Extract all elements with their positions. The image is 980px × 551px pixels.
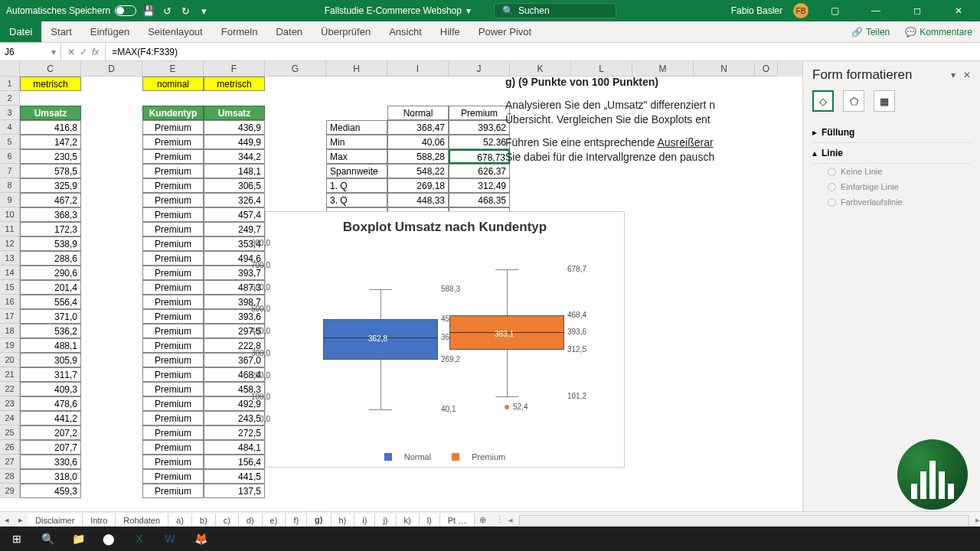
- cell[interactable]: 449,9: [204, 135, 265, 149]
- row-header[interactable]: 7: [0, 164, 20, 178]
- tab-einfügen[interactable]: Einfügen: [81, 21, 139, 42]
- document-title[interactable]: Fallstudie E-Commerce Webshop▾: [325, 5, 471, 16]
- col-header[interactable]: F: [204, 61, 265, 77]
- cancel-formula-icon[interactable]: ✕: [67, 47, 75, 57]
- fill-line-tab-icon[interactable]: ◇: [812, 90, 834, 112]
- select-all-corner[interactable]: [0, 61, 20, 77]
- obs-icon[interactable]: ⬤: [95, 528, 122, 549]
- sheet-nav-next[interactable]: ▸: [14, 515, 28, 525]
- worksheet[interactable]: CDEFGHIJKLMNO 12345678910111213141516171…: [0, 61, 802, 511]
- cell[interactable]: nominal: [142, 77, 204, 91]
- tab-start[interactable]: Start: [41, 21, 80, 42]
- cell[interactable]: 269,18: [387, 178, 449, 193]
- cell[interactable]: Premium: [142, 120, 204, 135]
- cell[interactable]: Premium: [142, 135, 204, 149]
- share-button[interactable]: 🔗Teilen: [844, 22, 897, 42]
- cell[interactable]: Premium: [142, 324, 204, 338]
- row-header[interactable]: 14: [0, 266, 20, 280]
- row-header[interactable]: 19: [0, 338, 20, 353]
- col-header[interactable]: I: [387, 61, 449, 77]
- cell[interactable]: 467,2: [20, 193, 81, 207]
- tab-überprüfen[interactable]: Überprüfen: [312, 21, 380, 42]
- cell[interactable]: Premium: [142, 469, 204, 484]
- comments-button[interactable]: 💬Kommentare: [897, 22, 980, 42]
- cell[interactable]: Premium: [142, 382, 204, 396]
- col-header[interactable]: E: [142, 61, 204, 77]
- cell[interactable]: 272,5: [204, 425, 265, 440]
- tab-daten[interactable]: Daten: [266, 21, 312, 42]
- sheet-tab[interactable]: k): [397, 514, 420, 527]
- cell[interactable]: Premium: [142, 338, 204, 353]
- col-header[interactable]: K: [510, 61, 571, 77]
- formula-input[interactable]: =MAX(F4:F339): [106, 47, 980, 57]
- cell[interactable]: Premium: [142, 425, 204, 440]
- save-icon[interactable]: 💾: [142, 5, 155, 17]
- row-header[interactable]: 21: [0, 367, 20, 382]
- row-header[interactable]: 16: [0, 295, 20, 309]
- cell[interactable]: Min: [326, 135, 387, 149]
- cell[interactable]: 459,3: [20, 484, 81, 498]
- tab-seitenlayout[interactable]: Seitenlayout: [139, 21, 212, 42]
- row-header[interactable]: 20: [0, 353, 20, 367]
- cell[interactable]: 306,5: [204, 178, 265, 193]
- cell[interactable]: 330,6: [20, 455, 81, 469]
- close-icon[interactable]: ✕: [943, 0, 974, 21]
- cell[interactable]: Premium: [449, 106, 510, 120]
- user-name[interactable]: Fabio Basler: [731, 5, 782, 16]
- cell[interactable]: 201,4: [20, 280, 81, 295]
- cell[interactable]: 436,9: [204, 120, 265, 135]
- cell[interactable]: 578,5: [20, 164, 81, 178]
- cell[interactable]: 207,2: [20, 425, 81, 440]
- cell[interactable]: Spannweite: [326, 164, 387, 178]
- cell[interactable]: 40,06: [387, 135, 449, 149]
- cell[interactable]: 441,2: [20, 411, 81, 425]
- cell[interactable]: Premium: [142, 455, 204, 469]
- col-header[interactable]: N: [694, 61, 755, 77]
- sheet-tab[interactable]: d): [239, 514, 263, 527]
- sheet-tab[interactable]: Rohdaten: [116, 514, 168, 527]
- cell[interactable]: 484,1: [204, 440, 265, 455]
- cell[interactable]: Premium: [142, 396, 204, 411]
- cell[interactable]: 311,7: [20, 367, 81, 382]
- fill-section[interactable]: ▸Füllung: [812, 122, 971, 143]
- row-header[interactable]: 11: [0, 222, 20, 236]
- qat-more-icon[interactable]: ▾: [198, 5, 210, 17]
- cell[interactable]: Premium: [142, 484, 204, 498]
- cell[interactable]: Premium: [142, 353, 204, 367]
- tab-file[interactable]: Datei: [0, 21, 41, 42]
- cell[interactable]: Premium: [142, 266, 204, 280]
- cell[interactable]: 318,0: [20, 469, 81, 484]
- cell[interactable]: 548,22: [387, 164, 449, 178]
- cell[interactable]: 156,4: [204, 455, 265, 469]
- ribbon-mode-icon[interactable]: ▢: [819, 0, 850, 21]
- cell[interactable]: 441,5: [204, 469, 265, 484]
- cell[interactable]: 409,3: [20, 382, 81, 396]
- cell[interactable]: 344,2: [204, 149, 265, 164]
- cell[interactable]: metrisch: [20, 77, 81, 91]
- minimize-icon[interactable]: —: [861, 0, 891, 21]
- sheet-tab[interactable]: j): [375, 514, 396, 527]
- cell[interactable]: 678,73: [449, 149, 510, 164]
- word-icon[interactable]: W: [156, 528, 184, 549]
- sheet-tab[interactable]: b): [192, 514, 216, 527]
- col-header[interactable]: J: [449, 61, 510, 77]
- effects-tab-icon[interactable]: ⬠: [843, 90, 864, 112]
- cell[interactable]: Premium: [142, 207, 204, 222]
- cell[interactable]: 416,8: [20, 120, 81, 135]
- tab-ansicht[interactable]: Ansicht: [380, 21, 431, 42]
- panel-dropdown-icon[interactable]: ▾: [951, 70, 956, 80]
- cell[interactable]: Normal: [387, 106, 449, 120]
- cell[interactable]: 148,1: [204, 164, 265, 178]
- tab-formeln[interactable]: Formeln: [212, 21, 267, 42]
- col-header[interactable]: D: [81, 61, 142, 77]
- cell[interactable]: 371,0: [20, 309, 81, 324]
- cell[interactable]: 290,6: [20, 266, 81, 280]
- row-header[interactable]: 10: [0, 207, 20, 222]
- row-header[interactable]: 4: [0, 120, 20, 135]
- row-header[interactable]: 18: [0, 324, 20, 338]
- cell[interactable]: 626,37: [449, 164, 510, 178]
- cell[interactable]: 1. Q: [326, 178, 387, 193]
- sheet-tab[interactable]: g): [307, 513, 331, 528]
- taskbar-search-icon[interactable]: 🔍: [34, 528, 61, 549]
- col-header[interactable]: M: [632, 61, 694, 77]
